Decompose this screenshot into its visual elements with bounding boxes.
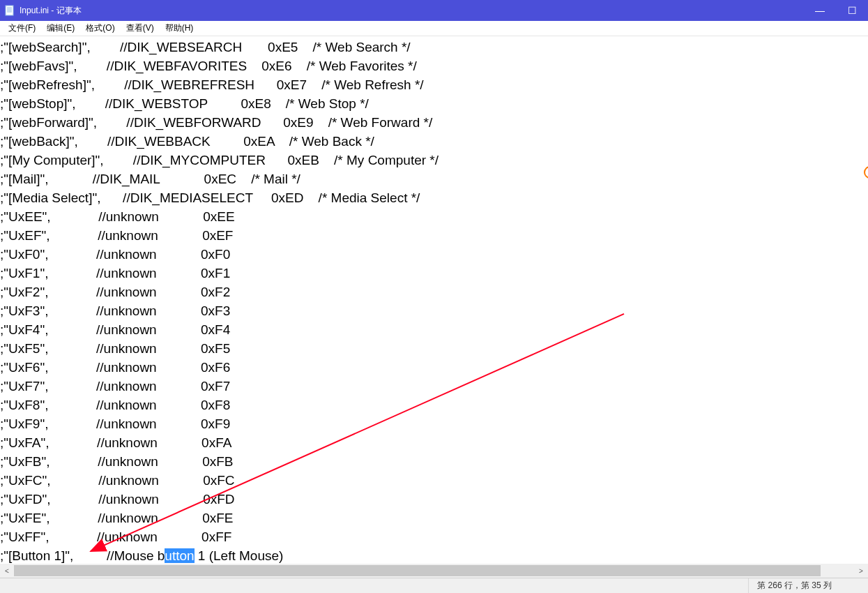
menu-help[interactable]: 帮助(H) xyxy=(160,21,199,36)
maximize-button[interactable]: ☐ xyxy=(836,0,868,21)
statusbar: 第 266 行，第 35 列 xyxy=(0,578,868,593)
scroll-thumb[interactable] xyxy=(14,565,821,576)
text-content[interactable]: ;"[webSearch]", //DIK_WEBSEARCH 0xE5 /* … xyxy=(0,36,868,564)
app-icon xyxy=(4,5,15,16)
menu-view[interactable]: 查看(V) xyxy=(121,21,160,36)
menu-format[interactable]: 格式(O) xyxy=(80,21,120,36)
minimize-button[interactable]: — xyxy=(804,0,836,21)
horizontal-scrollbar[interactable]: < > xyxy=(0,564,868,578)
text-editor-area[interactable]: ;"[webSearch]", //DIK_WEBSEARCH 0xE5 /* … xyxy=(0,36,868,564)
scroll-left-button[interactable]: < xyxy=(0,564,14,578)
status-cursor-position: 第 266 行，第 35 列 xyxy=(748,578,840,593)
scroll-track[interactable] xyxy=(14,564,854,578)
window-title: Input.ini - 记事本 xyxy=(20,5,82,17)
menu-edit[interactable]: 编辑(E) xyxy=(41,21,80,36)
menubar: 文件(F) 编辑(E) 格式(O) 查看(V) 帮助(H) xyxy=(0,21,868,36)
titlebar[interactable]: Input.ini - 记事本 — ☐ xyxy=(0,0,868,21)
scroll-right-button[interactable]: > xyxy=(854,564,868,578)
window-controls: — ☐ xyxy=(804,0,868,21)
text-selection: utton xyxy=(165,548,194,563)
annotation-partial-circle xyxy=(861,166,868,179)
menu-file[interactable]: 文件(F) xyxy=(3,21,41,36)
